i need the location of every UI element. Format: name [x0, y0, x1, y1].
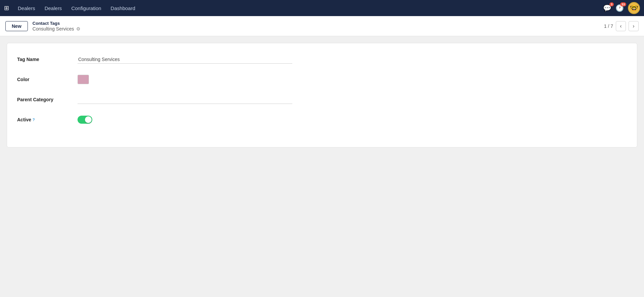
breadcrumb: Contact Tags Consulting Services ⚙ [33, 21, 81, 32]
tag-name-label: Tag Name [17, 57, 78, 62]
form-card: Tag Name Color Parent Category Active ? [7, 43, 637, 147]
active-help-icon[interactable]: ? [33, 118, 35, 122]
color-swatch[interactable] [78, 75, 89, 84]
nav-dashboard[interactable]: Dashboard [107, 4, 139, 12]
grid-icon[interactable]: ⊞ [4, 4, 9, 12]
pagination-next-button[interactable]: › [629, 21, 639, 31]
navbar-right: 💬 3 🕐 33 🤓 [603, 2, 640, 14]
activity-button[interactable]: 🕐 33 [615, 4, 624, 12]
breadcrumb-current: Consulting Services [33, 26, 74, 32]
nav-dealers-1[interactable]: Dealers [14, 4, 39, 12]
toolbar: New Contact Tags Consulting Services ⚙ 1… [0, 16, 644, 36]
color-row: Color [17, 73, 627, 85]
breadcrumb-parent[interactable]: Contact Tags [33, 21, 81, 26]
pagination: 1 / 7 ‹ › [604, 21, 639, 31]
active-row: Active ? [17, 114, 627, 126]
settings-gear-icon[interactable]: ⚙ [76, 26, 81, 32]
breadcrumb-sub: Consulting Services ⚙ [33, 26, 81, 32]
active-label-wrap: Active ? [17, 117, 78, 122]
messages-button[interactable]: 💬 3 [603, 4, 611, 12]
messages-badge: 3 [609, 2, 614, 6]
avatar-emoji: 🤓 [630, 4, 638, 12]
parent-category-label: Parent Category [17, 97, 78, 102]
active-toggle-wrap [78, 116, 92, 124]
color-label: Color [17, 77, 78, 82]
new-button[interactable]: New [5, 21, 28, 31]
pagination-text: 1 / 7 [604, 23, 613, 29]
active-label: Active [17, 117, 31, 122]
main-content: Tag Name Color Parent Category Active ? [0, 36, 644, 154]
tag-name-input[interactable] [78, 55, 292, 64]
parent-category-row: Parent Category [17, 94, 627, 106]
nav-configuration[interactable]: Configuration [68, 4, 104, 12]
avatar[interactable]: 🤓 [628, 2, 640, 14]
activity-badge: 33 [620, 2, 626, 6]
toggle-knob [85, 116, 92, 123]
tag-name-row: Tag Name [17, 53, 627, 65]
parent-category-input[interactable] [78, 96, 292, 104]
pagination-prev-button[interactable]: ‹ [616, 21, 626, 31]
active-toggle[interactable] [78, 116, 92, 124]
navbar: ⊞ Dealers Dealers Configuration Dashboar… [0, 0, 644, 16]
nav-dealers-2[interactable]: Dealers [41, 4, 65, 12]
